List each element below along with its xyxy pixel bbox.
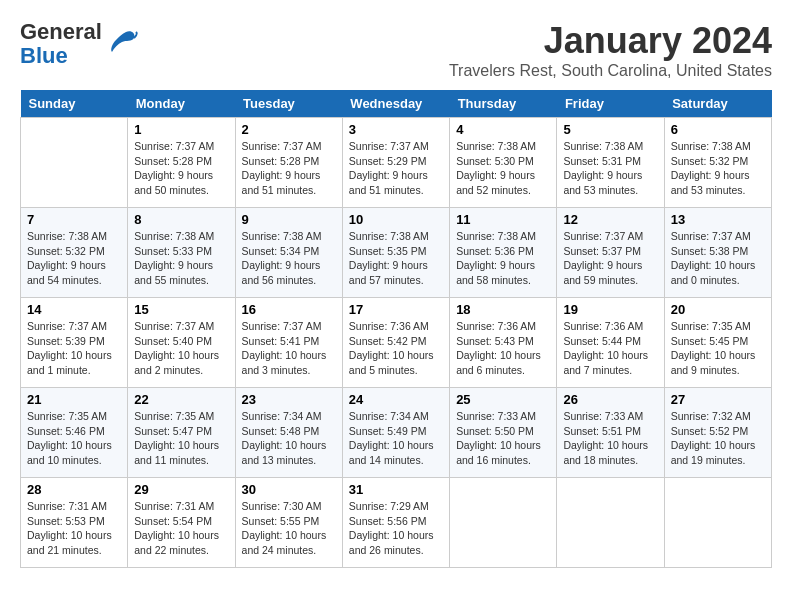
calendar-title: January 2024	[449, 20, 772, 62]
logo-bird-icon	[106, 26, 138, 62]
calendar-cell: 11Sunrise: 7:38 AMSunset: 5:36 PMDayligh…	[450, 208, 557, 298]
day-info: Sunrise: 7:33 AMSunset: 5:51 PMDaylight:…	[563, 409, 657, 468]
day-number: 31	[349, 482, 443, 497]
day-info: Sunrise: 7:38 AMSunset: 5:32 PMDaylight:…	[27, 229, 121, 288]
day-info: Sunrise: 7:38 AMSunset: 5:31 PMDaylight:…	[563, 139, 657, 198]
title-block: January 2024 Travelers Rest, South Carol…	[449, 20, 772, 80]
day-info: Sunrise: 7:35 AMSunset: 5:45 PMDaylight:…	[671, 319, 765, 378]
day-number: 29	[134, 482, 228, 497]
header-tuesday: Tuesday	[235, 90, 342, 118]
header-wednesday: Wednesday	[342, 90, 449, 118]
day-info: Sunrise: 7:36 AMSunset: 5:43 PMDaylight:…	[456, 319, 550, 378]
day-number: 11	[456, 212, 550, 227]
calendar-cell: 21Sunrise: 7:35 AMSunset: 5:46 PMDayligh…	[21, 388, 128, 478]
calendar-cell: 10Sunrise: 7:38 AMSunset: 5:35 PMDayligh…	[342, 208, 449, 298]
calendar-cell: 12Sunrise: 7:37 AMSunset: 5:37 PMDayligh…	[557, 208, 664, 298]
day-info: Sunrise: 7:30 AMSunset: 5:55 PMDaylight:…	[242, 499, 336, 558]
day-info: Sunrise: 7:37 AMSunset: 5:40 PMDaylight:…	[134, 319, 228, 378]
day-info: Sunrise: 7:38 AMSunset: 5:35 PMDaylight:…	[349, 229, 443, 288]
header-friday: Friday	[557, 90, 664, 118]
calendar-week-3: 14Sunrise: 7:37 AMSunset: 5:39 PMDayligh…	[21, 298, 772, 388]
calendar-cell: 30Sunrise: 7:30 AMSunset: 5:55 PMDayligh…	[235, 478, 342, 568]
calendar-subtitle: Travelers Rest, South Carolina, United S…	[449, 62, 772, 80]
day-info: Sunrise: 7:32 AMSunset: 5:52 PMDaylight:…	[671, 409, 765, 468]
day-number: 15	[134, 302, 228, 317]
day-number: 20	[671, 302, 765, 317]
day-number: 23	[242, 392, 336, 407]
day-number: 24	[349, 392, 443, 407]
day-info: Sunrise: 7:35 AMSunset: 5:47 PMDaylight:…	[134, 409, 228, 468]
day-info: Sunrise: 7:36 AMSunset: 5:44 PMDaylight:…	[563, 319, 657, 378]
day-info: Sunrise: 7:38 AMSunset: 5:34 PMDaylight:…	[242, 229, 336, 288]
day-info: Sunrise: 7:37 AMSunset: 5:28 PMDaylight:…	[134, 139, 228, 198]
day-number: 4	[456, 122, 550, 137]
calendar-cell: 6Sunrise: 7:38 AMSunset: 5:32 PMDaylight…	[664, 118, 771, 208]
day-info: Sunrise: 7:37 AMSunset: 5:39 PMDaylight:…	[27, 319, 121, 378]
day-info: Sunrise: 7:38 AMSunset: 5:30 PMDaylight:…	[456, 139, 550, 198]
day-number: 25	[456, 392, 550, 407]
header-saturday: Saturday	[664, 90, 771, 118]
calendar-cell: 13Sunrise: 7:37 AMSunset: 5:38 PMDayligh…	[664, 208, 771, 298]
day-info: Sunrise: 7:29 AMSunset: 5:56 PMDaylight:…	[349, 499, 443, 558]
calendar-cell: 20Sunrise: 7:35 AMSunset: 5:45 PMDayligh…	[664, 298, 771, 388]
day-number: 6	[671, 122, 765, 137]
calendar-cell: 31Sunrise: 7:29 AMSunset: 5:56 PMDayligh…	[342, 478, 449, 568]
day-number: 16	[242, 302, 336, 317]
day-number: 18	[456, 302, 550, 317]
day-info: Sunrise: 7:35 AMSunset: 5:46 PMDaylight:…	[27, 409, 121, 468]
day-info: Sunrise: 7:38 AMSunset: 5:32 PMDaylight:…	[671, 139, 765, 198]
calendar-cell: 23Sunrise: 7:34 AMSunset: 5:48 PMDayligh…	[235, 388, 342, 478]
calendar-cell: 4Sunrise: 7:38 AMSunset: 5:30 PMDaylight…	[450, 118, 557, 208]
calendar-cell: 1Sunrise: 7:37 AMSunset: 5:28 PMDaylight…	[128, 118, 235, 208]
calendar-cell: 18Sunrise: 7:36 AMSunset: 5:43 PMDayligh…	[450, 298, 557, 388]
day-info: Sunrise: 7:37 AMSunset: 5:29 PMDaylight:…	[349, 139, 443, 198]
day-number: 30	[242, 482, 336, 497]
calendar-cell: 3Sunrise: 7:37 AMSunset: 5:29 PMDaylight…	[342, 118, 449, 208]
day-info: Sunrise: 7:38 AMSunset: 5:36 PMDaylight:…	[456, 229, 550, 288]
day-number: 12	[563, 212, 657, 227]
day-info: Sunrise: 7:31 AMSunset: 5:54 PMDaylight:…	[134, 499, 228, 558]
day-number: 19	[563, 302, 657, 317]
page-header: General Blue January 2024 Travelers Rest…	[20, 20, 772, 80]
day-number: 1	[134, 122, 228, 137]
calendar-cell	[21, 118, 128, 208]
calendar-cell: 7Sunrise: 7:38 AMSunset: 5:32 PMDaylight…	[21, 208, 128, 298]
calendar-cell: 9Sunrise: 7:38 AMSunset: 5:34 PMDaylight…	[235, 208, 342, 298]
day-number: 3	[349, 122, 443, 137]
calendar-week-4: 21Sunrise: 7:35 AMSunset: 5:46 PMDayligh…	[21, 388, 772, 478]
calendar-cell: 14Sunrise: 7:37 AMSunset: 5:39 PMDayligh…	[21, 298, 128, 388]
calendar-cell: 26Sunrise: 7:33 AMSunset: 5:51 PMDayligh…	[557, 388, 664, 478]
logo: General Blue	[20, 20, 138, 68]
calendar-cell: 5Sunrise: 7:38 AMSunset: 5:31 PMDaylight…	[557, 118, 664, 208]
day-info: Sunrise: 7:34 AMSunset: 5:48 PMDaylight:…	[242, 409, 336, 468]
day-info: Sunrise: 7:38 AMSunset: 5:33 PMDaylight:…	[134, 229, 228, 288]
calendar-cell: 15Sunrise: 7:37 AMSunset: 5:40 PMDayligh…	[128, 298, 235, 388]
calendar-cell	[557, 478, 664, 568]
header-monday: Monday	[128, 90, 235, 118]
day-number: 10	[349, 212, 443, 227]
calendar-cell: 27Sunrise: 7:32 AMSunset: 5:52 PMDayligh…	[664, 388, 771, 478]
day-number: 13	[671, 212, 765, 227]
day-number: 8	[134, 212, 228, 227]
day-info: Sunrise: 7:31 AMSunset: 5:53 PMDaylight:…	[27, 499, 121, 558]
calendar-cell: 16Sunrise: 7:37 AMSunset: 5:41 PMDayligh…	[235, 298, 342, 388]
day-number: 5	[563, 122, 657, 137]
calendar-cell: 29Sunrise: 7:31 AMSunset: 5:54 PMDayligh…	[128, 478, 235, 568]
day-number: 21	[27, 392, 121, 407]
day-number: 9	[242, 212, 336, 227]
calendar-cell	[450, 478, 557, 568]
calendar-cell: 8Sunrise: 7:38 AMSunset: 5:33 PMDaylight…	[128, 208, 235, 298]
calendar-cell: 24Sunrise: 7:34 AMSunset: 5:49 PMDayligh…	[342, 388, 449, 478]
day-info: Sunrise: 7:37 AMSunset: 5:37 PMDaylight:…	[563, 229, 657, 288]
calendar-week-2: 7Sunrise: 7:38 AMSunset: 5:32 PMDaylight…	[21, 208, 772, 298]
calendar-cell: 2Sunrise: 7:37 AMSunset: 5:28 PMDaylight…	[235, 118, 342, 208]
calendar-cell: 19Sunrise: 7:36 AMSunset: 5:44 PMDayligh…	[557, 298, 664, 388]
logo-line1: General	[20, 20, 102, 44]
day-info: Sunrise: 7:37 AMSunset: 5:41 PMDaylight:…	[242, 319, 336, 378]
day-number: 22	[134, 392, 228, 407]
calendar-table: SundayMondayTuesdayWednesdayThursdayFrid…	[20, 90, 772, 568]
header-thursday: Thursday	[450, 90, 557, 118]
calendar-cell	[664, 478, 771, 568]
day-number: 27	[671, 392, 765, 407]
calendar-cell: 17Sunrise: 7:36 AMSunset: 5:42 PMDayligh…	[342, 298, 449, 388]
